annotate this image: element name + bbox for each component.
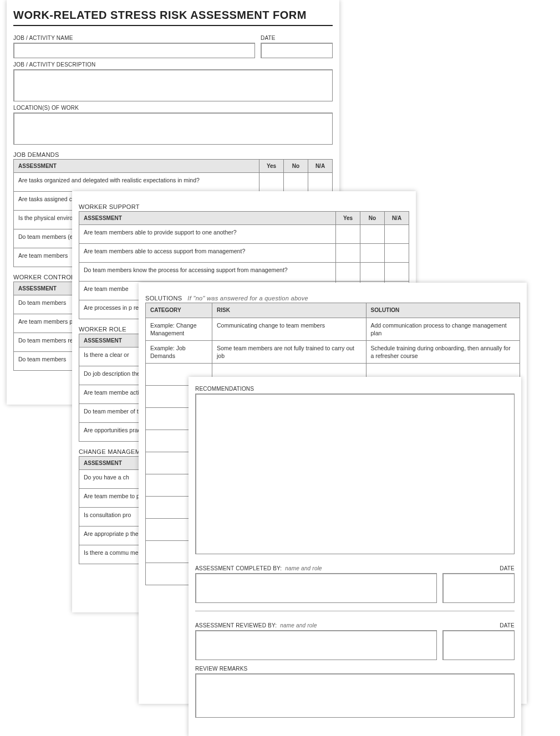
input-job-desc[interactable] (13, 69, 333, 101)
label-locations: LOCATION(S) OF WORK (13, 105, 333, 111)
label-completed-by: ASSESSMENT COMPLETED BY: name and role (195, 565, 437, 571)
label-recommendations: RECOMMENDATIONS (195, 386, 515, 392)
sol-category: Example: Change Management (146, 318, 212, 340)
input-recommendations[interactable] (195, 393, 515, 554)
form-title: WORK-RELATED STRESS RISK ASSESSMENT FORM (13, 9, 333, 22)
cell-no[interactable] (284, 173, 308, 192)
input-date[interactable] (261, 43, 333, 58)
input-job-name[interactable] (13, 43, 255, 58)
col-assessment: ASSESSMENT (14, 160, 259, 173)
input-reviewed-date[interactable] (442, 630, 515, 660)
sol-solution: Schedule training during onboarding, the… (366, 340, 520, 363)
input-completed-date[interactable] (442, 573, 515, 603)
cell-yes[interactable] (259, 173, 284, 192)
label-job-desc: JOB / ACTIVITY DESCRIPTION (13, 62, 333, 68)
section-worker-support-title: WORKER SUPPORT (79, 203, 409, 210)
input-completed-by[interactable] (195, 573, 437, 603)
sol-category: Example: Job Demands (146, 340, 212, 363)
cell-na[interactable] (308, 173, 333, 192)
input-reviewed-by[interactable] (195, 630, 437, 660)
label-completed-date: DATE (442, 565, 515, 571)
col-yes: Yes (259, 160, 284, 173)
input-review-remarks[interactable] (195, 673, 515, 718)
col-na: N/A (308, 160, 333, 173)
label-reviewed-by: ASSESSMENT REVIEWED BY: name and role (195, 622, 437, 628)
label-job-name: JOB / ACTIVITY NAME (13, 35, 255, 41)
label-reviewed-date: DATE (442, 622, 515, 628)
sol-risk: Some team members are not fully trained … (212, 340, 366, 363)
col-category: CATEGORY (146, 303, 212, 318)
label-review-remarks: REVIEW REMARKS (195, 666, 515, 672)
label-date: DATE (261, 35, 333, 41)
col-solution: SOLUTION (366, 303, 520, 318)
col-no: No (284, 160, 308, 173)
col-risk: RISK (212, 303, 366, 318)
solutions-hint: If "no" was answered for a question abov… (187, 295, 308, 301)
section-job-demands-title: JOB DEMANDS (13, 151, 333, 158)
solutions-title-text: SOLUTIONS (145, 295, 182, 301)
section-solutions-title: SOLUTIONS If "no" was answered for a que… (145, 295, 520, 301)
page-4: RECOMMENDATIONS ASSESSMENT COMPLETED BY:… (189, 377, 521, 736)
sol-solution: Add communication process to change mana… (366, 318, 520, 340)
title-rule (13, 25, 333, 26)
input-locations[interactable] (13, 113, 333, 145)
q: Are tasks organized and delegated with r… (14, 173, 259, 192)
divider (195, 611, 515, 611)
sol-risk: Communicating change to team members (212, 318, 366, 340)
